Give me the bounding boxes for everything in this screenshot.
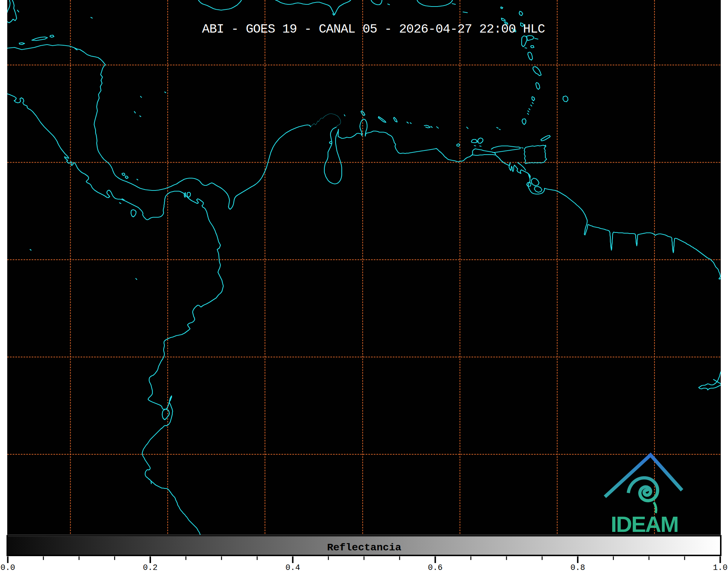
svg-text:0.6: 0.6 <box>428 563 443 571</box>
svg-text:0.4: 0.4 <box>285 563 300 571</box>
svg-text:0.8: 0.8 <box>571 563 585 571</box>
svg-text:Reflectancia: Reflectancia <box>327 542 401 554</box>
svg-text:ABI - GOES 19 - CANAL 05 - 202: ABI - GOES 19 - CANAL 05 - 2026-04-27 22… <box>202 22 545 37</box>
svg-text:0.2: 0.2 <box>143 563 158 571</box>
svg-text:IDEAM: IDEAM <box>611 512 678 537</box>
svg-text:1.0: 1.0 <box>713 563 728 571</box>
svg-text:0.0: 0.0 <box>0 563 15 571</box>
